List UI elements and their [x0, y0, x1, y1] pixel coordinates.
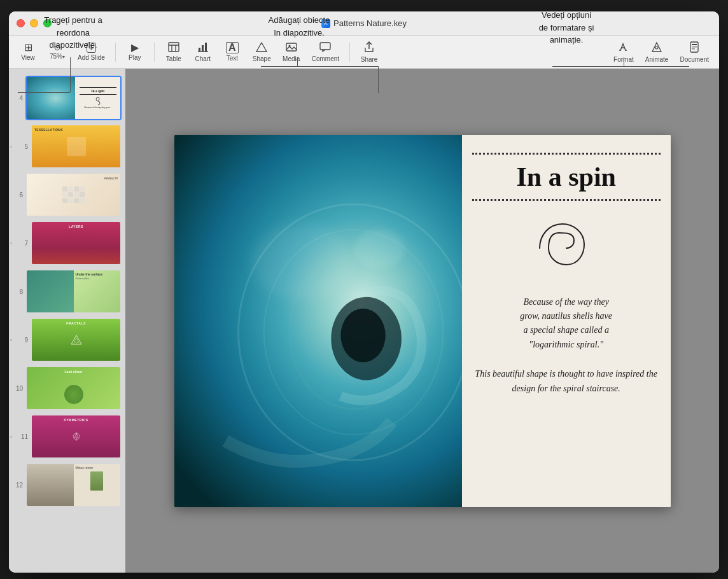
svg-rect-11 [320, 43, 330, 50]
slide-body-2: This beautiful shape is thought to have … [472, 367, 661, 396]
svg-rect-0 [169, 43, 179, 52]
insert-group: Table Chart A Text [160, 39, 344, 65]
slide-title: In a spin [516, 162, 615, 192]
collapse-arrow-7: › [10, 241, 12, 246]
format-button[interactable]: Format [608, 39, 639, 66]
play-icon: ▶ [131, 43, 139, 53]
slide-body-1: Because of the way theygrow, nautilus sh… [520, 295, 612, 352]
toolbar-sep-1 [115, 43, 116, 62]
document-button[interactable]: Document [675, 39, 714, 66]
media-button[interactable]: Media [277, 39, 305, 65]
traffic-lights [17, 19, 52, 27]
collapse-arrow-11: › [10, 434, 12, 440]
add-slide-icon: + [87, 43, 95, 53]
text-icon: A [226, 42, 239, 53]
view-button[interactable]: ⊞ View [14, 40, 42, 64]
table-icon [168, 42, 179, 54]
play-button[interactable]: ▶ Play [121, 40, 149, 64]
animate-icon [651, 41, 662, 55]
slide-panel[interactable]: 4 In a spin Becaus [9, 69, 125, 573]
media-icon [286, 42, 297, 54]
slide-thumb-12[interactable]: Minus mirror [25, 463, 122, 507]
svg-point-27 [353, 230, 404, 268]
toolbar: ⊞ View ⊙ 75%▾ + Add Slide ▶ Play [9, 36, 719, 69]
zoom-button[interactable]: ⊙ 75%▾ [43, 41, 71, 62]
main-content: 4 In a spin Becaus [9, 69, 719, 573]
toolbar-left-group: ⊞ View ⊙ 75%▾ + Add Slide [14, 40, 110, 64]
slide-item-10[interactable]: 10 Look closer [9, 364, 125, 412]
comment-button[interactable]: Comment [307, 39, 344, 65]
slide-thumb-5[interactable]: TESSELLATIONS [31, 124, 122, 169]
view-icon: ⊞ [24, 43, 32, 53]
slide-item-8[interactable]: 8 Under the surface On the sea floor... [9, 267, 125, 316]
zoom-icon: ⊙ [54, 44, 60, 52]
animate-button[interactable]: Animate [640, 39, 674, 66]
text-button[interactable]: A Text [218, 39, 246, 64]
collapse-arrow-5: › [10, 144, 12, 150]
slide-thumb-11[interactable]: SYMMETRICS [31, 414, 122, 459]
slide-thumb-8[interactable]: Under the surface On the sea floor... [25, 269, 122, 314]
shape-icon [256, 42, 267, 54]
format-icon [618, 41, 629, 55]
nautilus-photo [174, 135, 462, 507]
shape-button[interactable]: Shape [248, 39, 276, 65]
toolbar-right: Format Animate [608, 39, 714, 66]
toolbar-sep-3 [349, 43, 350, 62]
slide-thumb-9[interactable]: FRACTALS [31, 317, 122, 362]
minimize-button[interactable] [30, 19, 38, 27]
titlebar: K Patterns Nature.key [9, 11, 719, 36]
svg-point-26 [251, 223, 353, 300]
slide-item-12[interactable]: 12 Minus mirror [9, 461, 125, 509]
svg-marker-12 [652, 43, 661, 52]
slide-item-7[interactable]: › 7 LAYERS [9, 219, 125, 267]
slide-view: In a spin Because of the way theygrow, n… [125, 69, 719, 573]
document-icon [689, 41, 699, 55]
dotted-line-bottom [472, 199, 661, 201]
svg-point-29 [340, 308, 385, 361]
slide-item-6[interactable]: 6 Perfect fit [9, 171, 125, 219]
svg-rect-16 [692, 46, 697, 48]
svg-rect-9 [286, 43, 297, 51]
keynote-window: K Patterns Nature.key ⊞ View ⊙ 75%▾ + Ad… [9, 11, 719, 573]
svg-point-13 [655, 46, 658, 49]
share-button[interactable]: Share [355, 39, 383, 66]
slide-thumb-6[interactable]: Perfect fit [25, 172, 122, 217]
slide-thumb-7[interactable]: LAYERS [31, 221, 122, 265]
svg-marker-18 [71, 335, 81, 344]
svg-rect-5 [202, 45, 204, 52]
close-button[interactable] [17, 19, 25, 27]
share-icon [364, 41, 374, 55]
slide-item-5[interactable]: › 5 TESSELLATIONS [9, 122, 125, 171]
spiral-icon [535, 216, 598, 280]
add-slide-button[interactable]: + Add Slide [73, 40, 110, 64]
comment-icon [319, 42, 331, 54]
slide-item-9[interactable]: › 9 FRACTALS [9, 316, 125, 364]
table-button[interactable]: Table [160, 39, 188, 65]
main-slide: In a spin Because of the way theygrow, n… [174, 135, 671, 507]
window-title: K Patterns Nature.key [321, 18, 407, 28]
svg-rect-17 [692, 48, 695, 50]
chart-icon [197, 42, 209, 54]
slide-item-11[interactable]: › 11 SYMMETRICS [9, 412, 125, 461]
toolbar-sep-2 [154, 43, 155, 62]
dotted-line-top [472, 153, 661, 155]
slide-thumb-4[interactable]: In a spin Because of the way they grow..… [25, 76, 122, 120]
slide-right-panel: In a spin Because of the way theygrow, n… [462, 135, 671, 507]
svg-rect-15 [692, 44, 697, 45]
svg-rect-4 [199, 48, 200, 52]
keynote-icon: K [321, 19, 330, 28]
zoom-window-button[interactable] [43, 19, 52, 27]
chart-button[interactable]: Chart [189, 39, 217, 65]
slide-thumb-10[interactable]: Look closer [25, 366, 122, 410]
svg-marker-8 [256, 43, 267, 52]
slide-item-4[interactable]: 4 In a spin Becaus [9, 74, 125, 122]
collapse-arrow-9: › [10, 337, 12, 343]
svg-rect-6 [205, 43, 207, 52]
